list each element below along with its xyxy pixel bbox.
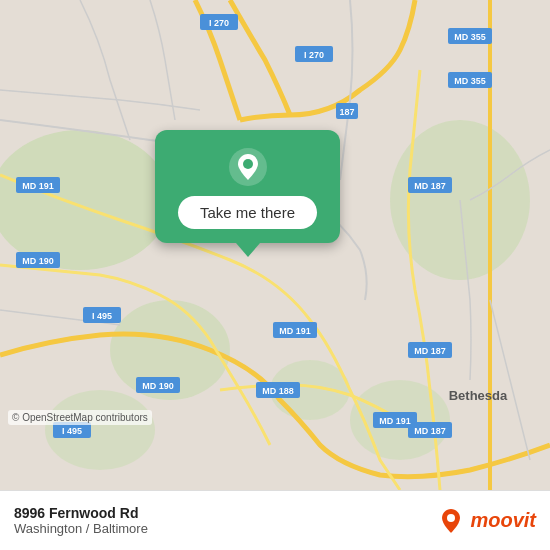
svg-text:MD 190: MD 190 xyxy=(22,256,54,266)
bottom-bar: 8996 Fernwood Rd Washington / Baltimore … xyxy=(0,490,550,550)
moovit-brand-text: moovit xyxy=(470,509,536,532)
address-section: 8996 Fernwood Rd Washington / Baltimore xyxy=(14,505,148,536)
svg-text:MD 191: MD 191 xyxy=(379,416,411,426)
svg-text:I 270: I 270 xyxy=(209,18,229,28)
moovit-pin-icon xyxy=(437,507,465,535)
take-me-there-button[interactable]: Take me there xyxy=(178,196,317,229)
address-line: 8996 Fernwood Rd xyxy=(14,505,148,521)
svg-text:MD 191: MD 191 xyxy=(22,181,54,191)
location-pin-icon xyxy=(229,148,267,186)
svg-text:MD 187: MD 187 xyxy=(414,181,446,191)
svg-text:187: 187 xyxy=(339,107,354,117)
location-popup: Take me there xyxy=(155,130,340,243)
svg-text:MD 188: MD 188 xyxy=(262,386,294,396)
svg-text:MD 187: MD 187 xyxy=(414,346,446,356)
svg-text:I 495: I 495 xyxy=(62,426,82,436)
svg-text:Bethesda: Bethesda xyxy=(449,388,508,403)
svg-text:MD 191: MD 191 xyxy=(279,326,311,336)
moovit-logo: moovit xyxy=(437,507,536,535)
map-container: I 270 I 270 MD 355 MD 355 187 MD 187 MD … xyxy=(0,0,550,490)
city-line: Washington / Baltimore xyxy=(14,521,148,536)
svg-text:I 270: I 270 xyxy=(304,50,324,60)
svg-text:MD 355: MD 355 xyxy=(454,76,486,86)
svg-text:MD 355: MD 355 xyxy=(454,32,486,42)
svg-text:I 495: I 495 xyxy=(92,311,112,321)
svg-text:MD 187: MD 187 xyxy=(414,426,446,436)
svg-text:MD 190: MD 190 xyxy=(142,381,174,391)
svg-point-41 xyxy=(243,159,253,169)
svg-point-42 xyxy=(447,514,455,522)
copyright-text: © OpenStreetMap contributors xyxy=(8,410,152,425)
